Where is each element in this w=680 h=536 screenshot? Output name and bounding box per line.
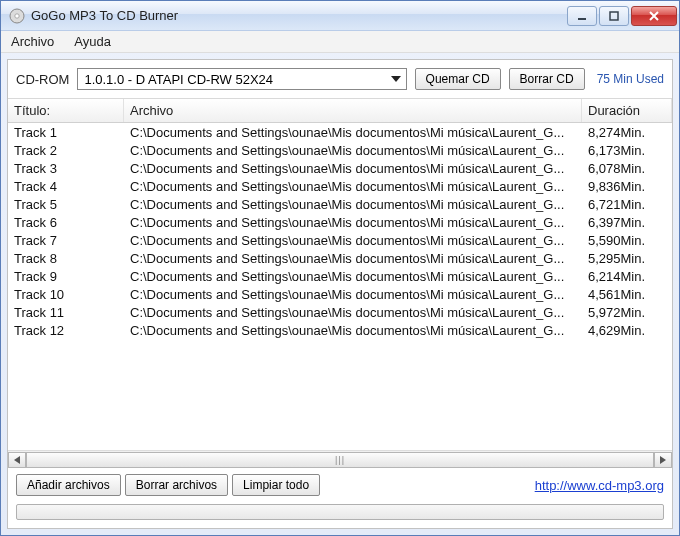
table-row[interactable]: Track 1C:\Documents and Settings\ounae\M… xyxy=(8,123,672,141)
cell-file: C:\Documents and Settings\ounae\Mis docu… xyxy=(124,323,582,338)
cell-duration: 6,173Min. xyxy=(582,143,672,158)
drive-select[interactable]: 1.0.1.0 - D ATAPI CD-RW 52X24 xyxy=(77,68,406,90)
cell-file: C:\Documents and Settings\ounae\Mis docu… xyxy=(124,143,582,158)
table-row[interactable]: Track 8C:\Documents and Settings\ounae\M… xyxy=(8,249,672,267)
table-row[interactable]: Track 10C:\Documents and Settings\ounae\… xyxy=(8,285,672,303)
cell-duration: 6,078Min. xyxy=(582,161,672,176)
window-title: GoGo MP3 To CD Burner xyxy=(31,8,567,23)
scroll-left-button[interactable] xyxy=(8,452,26,468)
scroll-right-button[interactable] xyxy=(654,452,672,468)
cell-title: Track 5 xyxy=(8,197,124,212)
delete-files-button[interactable]: Borrar archivos xyxy=(125,474,228,496)
menubar: Archivo Ayuda xyxy=(1,31,679,53)
cell-file: C:\Documents and Settings\ounae\Mis docu… xyxy=(124,269,582,284)
cell-title: Track 12 xyxy=(8,323,124,338)
cell-title: Track 2 xyxy=(8,143,124,158)
footer: Añadir archivos Borrar archivos Limpiar … xyxy=(8,468,672,528)
col-header-duration[interactable]: Duración xyxy=(582,99,672,122)
progress-bar xyxy=(16,504,664,520)
cdrom-label: CD-ROM xyxy=(16,72,69,87)
cell-duration: 5,972Min. xyxy=(582,305,672,320)
table-row[interactable]: Track 5C:\Documents and Settings\ounae\M… xyxy=(8,195,672,213)
cell-file: C:\Documents and Settings\ounae\Mis docu… xyxy=(124,251,582,266)
cell-title: Track 6 xyxy=(8,215,124,230)
dropdown-arrow-icon xyxy=(388,70,404,88)
cell-title: Track 11 xyxy=(8,305,124,320)
svg-rect-2 xyxy=(578,18,586,20)
cell-title: Track 8 xyxy=(8,251,124,266)
table-row[interactable]: Track 3C:\Documents and Settings\ounae\M… xyxy=(8,159,672,177)
cell-duration: 6,214Min. xyxy=(582,269,672,284)
website-link[interactable]: http://www.cd-mp3.org xyxy=(535,478,664,493)
close-button[interactable] xyxy=(631,6,677,26)
horizontal-scrollbar[interactable]: ||| xyxy=(8,450,672,468)
list-header: Título: Archivo Duración xyxy=(8,99,672,123)
titlebar[interactable]: GoGo MP3 To CD Burner xyxy=(1,1,679,31)
cell-title: Track 1 xyxy=(8,125,124,140)
cell-duration: 4,629Min. xyxy=(582,323,672,338)
footer-buttons: Añadir archivos Borrar archivos Limpiar … xyxy=(16,474,664,496)
cell-title: Track 10 xyxy=(8,287,124,302)
cell-title: Track 4 xyxy=(8,179,124,194)
scroll-grip-icon: ||| xyxy=(335,455,345,465)
cell-duration: 6,721Min. xyxy=(582,197,672,212)
cell-file: C:\Documents and Settings\ounae\Mis docu… xyxy=(124,287,582,302)
scroll-track[interactable]: ||| xyxy=(26,452,654,468)
add-files-button[interactable]: Añadir archivos xyxy=(16,474,121,496)
scroll-thumb[interactable]: ||| xyxy=(26,452,654,468)
cell-file: C:\Documents and Settings\ounae\Mis docu… xyxy=(124,305,582,320)
cell-title: Track 9 xyxy=(8,269,124,284)
list-rows: Track 1C:\Documents and Settings\ounae\M… xyxy=(8,123,672,450)
cell-title: Track 7 xyxy=(8,233,124,248)
track-list: Título: Archivo Duración Track 1C:\Docum… xyxy=(8,99,672,468)
drive-select-value: 1.0.1.0 - D ATAPI CD-RW 52X24 xyxy=(84,72,387,87)
cell-title: Track 3 xyxy=(8,161,124,176)
cell-file: C:\Documents and Settings\ounae\Mis docu… xyxy=(124,125,582,140)
table-row[interactable]: Track 9C:\Documents and Settings\ounae\M… xyxy=(8,267,672,285)
cell-file: C:\Documents and Settings\ounae\Mis docu… xyxy=(124,179,582,194)
app-icon xyxy=(9,8,25,24)
col-header-file[interactable]: Archivo xyxy=(124,99,582,122)
clear-all-button[interactable]: Limpiar todo xyxy=(232,474,320,496)
cell-duration: 8,274Min. xyxy=(582,125,672,140)
toolbar: CD-ROM 1.0.1.0 - D ATAPI CD-RW 52X24 Que… xyxy=(8,60,672,99)
table-row[interactable]: Track 2C:\Documents and Settings\ounae\M… xyxy=(8,141,672,159)
content-panel: CD-ROM 1.0.1.0 - D ATAPI CD-RW 52X24 Que… xyxy=(7,59,673,529)
table-row[interactable]: Track 4C:\Documents and Settings\ounae\M… xyxy=(8,177,672,195)
cell-duration: 5,590Min. xyxy=(582,233,672,248)
cell-duration: 4,561Min. xyxy=(582,287,672,302)
svg-point-1 xyxy=(15,13,19,17)
window-controls xyxy=(567,6,677,26)
table-row[interactable]: Track 11C:\Documents and Settings\ounae\… xyxy=(8,303,672,321)
min-used-label: 75 Min Used xyxy=(597,72,664,86)
table-row[interactable]: Track 12C:\Documents and Settings\ounae\… xyxy=(8,321,672,339)
menu-ayuda[interactable]: Ayuda xyxy=(70,32,115,51)
app-window: GoGo MP3 To CD Burner Archivo Ayuda CD-R… xyxy=(0,0,680,536)
burn-cd-button[interactable]: Quemar CD xyxy=(415,68,501,90)
table-row[interactable]: Track 7C:\Documents and Settings\ounae\M… xyxy=(8,231,672,249)
menu-archivo[interactable]: Archivo xyxy=(7,32,58,51)
cell-duration: 6,397Min. xyxy=(582,215,672,230)
svg-rect-3 xyxy=(610,12,618,20)
cell-file: C:\Documents and Settings\ounae\Mis docu… xyxy=(124,215,582,230)
cell-file: C:\Documents and Settings\ounae\Mis docu… xyxy=(124,197,582,212)
minimize-button[interactable] xyxy=(567,6,597,26)
cell-duration: 9,836Min. xyxy=(582,179,672,194)
cell-file: C:\Documents and Settings\ounae\Mis docu… xyxy=(124,161,582,176)
col-header-title[interactable]: Título: xyxy=(8,99,124,122)
cell-duration: 5,295Min. xyxy=(582,251,672,266)
cell-file: C:\Documents and Settings\ounae\Mis docu… xyxy=(124,233,582,248)
erase-cd-button[interactable]: Borrar CD xyxy=(509,68,585,90)
table-row[interactable]: Track 6C:\Documents and Settings\ounae\M… xyxy=(8,213,672,231)
maximize-button[interactable] xyxy=(599,6,629,26)
